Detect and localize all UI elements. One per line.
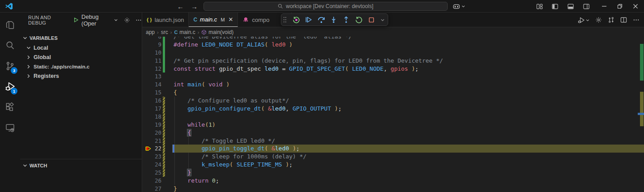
line-number[interactable]: 8 (153, 37, 161, 41)
line-number[interactable]: 13 (153, 73, 161, 81)
breakpoint-gutter[interactable] (142, 129, 153, 137)
line-number[interactable]: 20 (153, 129, 161, 137)
gear-icon[interactable] (595, 17, 602, 23)
toggle-panel-icon[interactable] (565, 1, 576, 11)
line-number[interactable]: 25 (153, 169, 161, 177)
breadcrumb-file[interactable]: C main.c (174, 29, 195, 35)
breakpoint-gutter[interactable] (142, 81, 153, 89)
code-line[interactable]: 19 while(1) (142, 121, 644, 129)
breakpoint-gutter[interactable] (142, 37, 153, 41)
run-or-debug-button[interactable] (578, 17, 589, 24)
start-debugging-icon[interactable] (73, 17, 79, 23)
line-number[interactable]: 16 (153, 97, 161, 105)
code-line[interactable]: 17 gpio_pin_configure_dt( &led0, GPIO_OU… (142, 105, 644, 113)
close-tab-icon[interactable]: ✕ (229, 16, 233, 23)
breakpoint-gutter[interactable] (142, 65, 153, 73)
line-number[interactable]: 15 (153, 89, 161, 97)
breadcrumb-app[interactable]: app (146, 29, 155, 35)
step-over-button[interactable] (317, 15, 325, 25)
nav-forward-icon[interactable]: → (191, 3, 198, 10)
debug-config-dropdown[interactable]: Debug (Oper (81, 13, 118, 27)
code-line[interactable]: 9#define LED0_NODE DT_ALIAS( led0 ) (142, 41, 644, 49)
breakpoint-gutter[interactable] (142, 41, 153, 49)
debug-toolbar-more[interactable] (380, 15, 385, 25)
customize-layout-icon[interactable] (534, 1, 545, 11)
line-number[interactable]: 14 (153, 81, 161, 89)
toggle-secondary-sidebar-icon[interactable] (580, 1, 592, 11)
code-line[interactable]: 11/* Get pin specification (device, pin,… (142, 57, 644, 65)
line-number[interactable]: 19 (153, 121, 161, 129)
code-line[interactable]: 10 (142, 49, 644, 57)
sidebar-item-search[interactable] (0, 35, 20, 55)
minimize-button[interactable] (598, 1, 610, 11)
breakpoint-gutter[interactable] (142, 145, 153, 153)
variables-section-header[interactable]: VARIABLES (20, 33, 142, 43)
close-window-button[interactable] (630, 1, 641, 11)
code-line[interactable]: 12const struct gpio_dt_spec led0 = GPIO_… (142, 65, 644, 73)
breakpoint-gutter[interactable] (142, 57, 153, 65)
code-line[interactable]: 8/* Get the DeviceTree alias for the 'le… (142, 37, 644, 41)
breakpoint-gutter[interactable] (142, 73, 153, 81)
breakpoint-gutter[interactable] (142, 169, 153, 177)
nav-back-icon[interactable]: ← (177, 3, 184, 10)
reset-button[interactable] (292, 15, 300, 25)
more-actions-icon[interactable] (136, 17, 142, 23)
variables-scope-static[interactable]: Static: ./app/src/main.c (20, 62, 142, 71)
open-changes-icon[interactable] (608, 17, 614, 23)
breakpoint-gutter[interactable] (142, 49, 153, 57)
line-number[interactable]: 23 (153, 153, 161, 161)
line-number[interactable]: 27 (153, 185, 161, 192)
restart-button[interactable] (355, 15, 363, 25)
code-line[interactable]: 14int main( void ) (142, 81, 644, 89)
code-line[interactable]: 26 return 0; (142, 177, 644, 185)
breakpoint-gutter[interactable] (142, 137, 153, 145)
sidebar-item-extensions[interactable] (0, 97, 20, 117)
step-into-button[interactable] (330, 15, 338, 25)
code-line[interactable]: 25 } (142, 169, 644, 177)
variables-scope-global[interactable]: Global (20, 52, 142, 62)
line-number[interactable]: 21 (153, 137, 161, 145)
sidebar-item-source-control[interactable]: 3 (0, 55, 20, 76)
sidebar-item-run-and-debug[interactable]: 1 (0, 76, 20, 97)
breadcrumb-src[interactable]: src (161, 29, 168, 35)
breakpoint-gutter[interactable] (142, 105, 153, 113)
code-line[interactable]: 24 k_msleep( SLEEP_TIME_MS ); (142, 161, 644, 169)
line-number[interactable]: 12 (153, 65, 161, 73)
drag-grip-handle[interactable] (282, 15, 288, 25)
tab-main-c[interactable]: C main.c M ✕ (189, 13, 238, 27)
code-line[interactable]: 21 /* Toggle LED led0 */ (142, 137, 644, 145)
code-line[interactable]: 18 (142, 113, 644, 121)
line-number[interactable]: 10 (153, 49, 161, 57)
line-number[interactable]: 18 (153, 113, 161, 121)
current-debug-line[interactable]: 22 gpio_pin_toggle_dt( &led0 ); (142, 145, 644, 153)
step-out-button[interactable] (342, 15, 350, 25)
code-line[interactable]: 15{ (142, 89, 644, 97)
line-number[interactable]: 24 (153, 161, 161, 169)
restore-window-button[interactable] (614, 1, 626, 11)
code-editor[interactable]: 8/* Get the DeviceTree alias for the 'le… (142, 37, 644, 192)
variables-scope-registers[interactable]: Registers (20, 71, 142, 81)
breakpoint-gutter[interactable] (142, 121, 153, 129)
line-number[interactable]: 26 (153, 177, 161, 185)
breakpoint-gutter[interactable] (142, 113, 153, 121)
breakpoint-gutter[interactable] (142, 177, 153, 185)
continue-button[interactable] (305, 15, 313, 25)
variables-scope-local[interactable]: Local (20, 43, 142, 52)
code-line[interactable]: 16 /* Configure led0 as output*/ (142, 97, 644, 105)
breakpoint-gutter[interactable] (142, 161, 153, 169)
more-actions-icon[interactable] (633, 17, 640, 23)
sidebar-item-remote-explorer[interactable] (0, 117, 20, 138)
line-number[interactable]: 11 (153, 57, 161, 65)
line-number[interactable]: 22 (153, 145, 161, 153)
watch-section-header[interactable]: WATCH (20, 159, 142, 172)
breakpoint-gutter[interactable] (142, 153, 153, 161)
line-number[interactable]: 9 (153, 41, 161, 49)
stop-button[interactable] (367, 15, 375, 25)
breakpoint-gutter[interactable] (142, 89, 153, 97)
gear-icon[interactable] (124, 17, 130, 23)
toggle-primary-sidebar-icon[interactable] (549, 1, 561, 11)
command-center[interactable]: workspace [Dev Container: devtools] (203, 2, 448, 11)
breadcrumb-symbol[interactable]: main(void) (201, 29, 233, 35)
code-line[interactable]: 27} (142, 185, 644, 192)
tab-launch-json[interactable]: { } launch.json (142, 13, 189, 27)
